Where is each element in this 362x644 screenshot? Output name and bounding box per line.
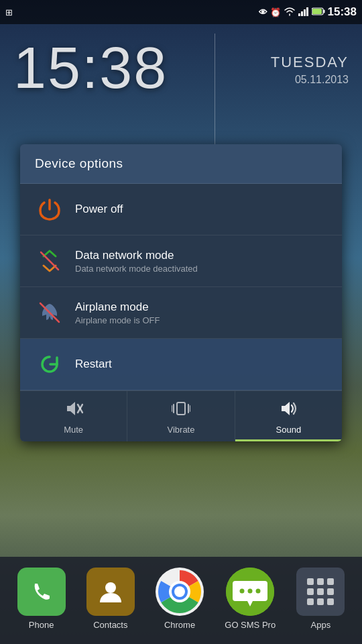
sound-button[interactable]: Sound: [235, 391, 342, 441]
sound-active-indicator: [235, 439, 342, 441]
eye-icon: 👁: [259, 7, 267, 17]
svg-rect-3: [306, 7, 308, 16]
apps-dot-8: [317, 598, 324, 605]
svg-rect-1: [301, 11, 303, 16]
phone-label: Phone: [29, 620, 54, 630]
restart-icon: [35, 350, 64, 379]
power-off-text: Power off: [75, 203, 123, 216]
mute-icon: [64, 400, 83, 421]
svg-point-25: [256, 589, 261, 594]
vibrate-button[interactable]: Vibrate: [127, 391, 235, 441]
contacts-icon: [86, 568, 135, 616]
date-area: TUESDAY 05.11.2013: [271, 54, 349, 86]
airplane-mode-option[interactable]: Airplane mode Airplane mode is OFF: [20, 287, 342, 339]
airplane-mode-text: Airplane mode Airplane mode is OFF: [75, 301, 160, 325]
restart-text: Restart: [75, 358, 112, 371]
airplane-mode-subtitle: Airplane mode is OFF: [75, 315, 160, 325]
dock-item-phone[interactable]: Phone: [17, 568, 66, 630]
apps-dots-grid: [296, 568, 345, 616]
apps-dot-7: [307, 598, 314, 605]
apps-dot-6: [327, 588, 334, 595]
clock-area: 15:38: [13, 34, 168, 102]
svg-point-21: [174, 586, 185, 597]
status-right-area: 👁 ⏰ 15:38: [259, 5, 357, 19]
power-off-label: Power off: [75, 203, 123, 216]
svg-rect-11: [177, 402, 185, 415]
dock-item-gosms[interactable]: GO SMS Pro: [225, 568, 276, 630]
status-time: 15:38: [328, 5, 357, 19]
vibrate-icon: [172, 400, 190, 421]
signal-icon: [298, 7, 309, 18]
sound-icon: [279, 400, 298, 421]
svg-rect-2: [304, 9, 306, 16]
wifi-icon: [284, 7, 296, 18]
gosms-label: GO SMS Pro: [225, 620, 276, 630]
apps-dot-5: [317, 588, 324, 595]
gallery-icon: ⊞: [5, 7, 13, 17]
contacts-label: Contacts: [93, 620, 127, 630]
airplane-mode-label: Airplane mode: [75, 301, 160, 314]
mute-label: Mute: [64, 425, 83, 435]
device-options-panel: Device options Power off Data network mo…: [20, 144, 342, 441]
status-left-icons: ⊞: [5, 7, 13, 17]
phone-icon: [17, 568, 66, 616]
mute-button[interactable]: Mute: [20, 391, 127, 441]
chrome-label: Chrome: [164, 620, 195, 630]
battery-icon: [312, 7, 325, 17]
svg-point-16: [105, 582, 116, 593]
gosms-icon: [226, 568, 274, 616]
svg-point-24: [248, 589, 253, 594]
apps-label: Apps: [311, 620, 331, 630]
apps-dot-2: [317, 578, 324, 585]
data-network-text: Data network mode Data network mode deac…: [75, 249, 198, 274]
data-network-option[interactable]: Data network mode Data network mode deac…: [20, 235, 342, 287]
chrome-icon: [156, 568, 204, 616]
svg-rect-6: [312, 9, 322, 14]
alarm-icon: ⏰: [270, 7, 281, 17]
data-network-icon: [35, 246, 64, 276]
data-network-subtitle: Data network mode deactivated: [75, 264, 198, 274]
bottom-dock: Phone Contacts: [0, 557, 362, 644]
data-network-label: Data network mode: [75, 249, 198, 262]
restart-label: Restart: [75, 358, 112, 371]
device-options-title: Device options: [35, 156, 123, 170]
power-off-option[interactable]: Power off: [20, 184, 342, 235]
clock-display: 15:38: [13, 34, 168, 102]
status-bar: ⊞ 👁 ⏰ 15:38: [0, 0, 362, 24]
dock-item-contacts[interactable]: Contacts: [86, 568, 135, 630]
svg-rect-5: [323, 9, 324, 13]
power-off-icon: [35, 195, 64, 224]
day-label: TUESDAY: [271, 54, 349, 71]
airplane-mode-icon: [35, 298, 64, 327]
device-options-header: Device options: [20, 144, 342, 184]
sound-modes-bar: Mute Vibrate: [20, 390, 342, 441]
svg-line-7: [41, 252, 58, 270]
apps-dot-1: [307, 578, 314, 585]
apps-dot-4: [307, 588, 314, 595]
apps-icon: [296, 568, 345, 616]
dock-item-chrome[interactable]: Chrome: [156, 568, 204, 630]
svg-point-23: [240, 589, 245, 594]
sound-label: Sound: [276, 425, 302, 435]
apps-dot-9: [327, 598, 334, 605]
svg-rect-0: [298, 13, 300, 16]
vibrate-label: Vibrate: [168, 425, 195, 435]
date-label: 05.11.2013: [271, 74, 349, 86]
apps-dot-3: [327, 578, 334, 585]
dock-item-apps[interactable]: Apps: [296, 568, 345, 630]
restart-option[interactable]: Restart: [20, 339, 342, 390]
clock-divider: [215, 34, 215, 154]
